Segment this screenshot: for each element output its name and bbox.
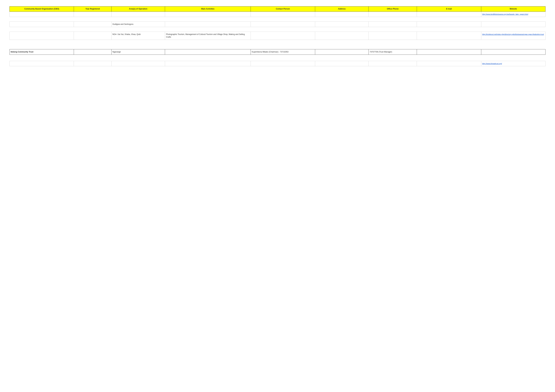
- cell-phone: [369, 61, 417, 66]
- spacer-cell: [10, 27, 546, 32]
- cell-address: [315, 12, 369, 17]
- cell-area: NG4- Xai Xai, Xhaba, Xhaa, Qubi: [111, 32, 165, 40]
- cell-cbo: Itekeng Community Trust: [10, 49, 74, 55]
- cell-email: [417, 12, 481, 17]
- cell-activities: [165, 49, 251, 55]
- cell-address: [315, 61, 369, 66]
- header-contact: Contact Person: [251, 7, 315, 12]
- cell-website[interactable]: http://trickleout.net/index.php/director…: [481, 32, 546, 40]
- cell-area: [111, 61, 165, 66]
- cell-address: [315, 32, 369, 40]
- table-row: http://www.birdlifebotswana.org.bw/basel…: [10, 12, 546, 17]
- cell-address: [315, 22, 369, 27]
- spacer-row-2: [10, 27, 546, 32]
- spacer-row-3: [10, 40, 546, 49]
- header-address: Address: [315, 7, 369, 12]
- cell-year: [74, 32, 111, 40]
- cell-phone: [369, 22, 417, 27]
- cell-area: Gudigwa and Seshogora: [111, 22, 165, 27]
- cell-contact: [251, 61, 315, 66]
- spacer-cell: [10, 40, 546, 49]
- cell-area: [111, 12, 165, 17]
- cell-website: [481, 22, 546, 27]
- cell-contact: [251, 22, 315, 27]
- cell-phone: [369, 12, 417, 17]
- cell-contact: Kupembona Mbabo (Chairman) - 73710353: [251, 49, 315, 55]
- cell-cbo: [10, 61, 74, 66]
- main-table-wrapper: Community Based Organization (CBO) Year …: [9, 6, 546, 66]
- cell-year: [74, 22, 111, 27]
- cell-website[interactable]: http://www.birdlifebotswana.org.bw/basel…: [481, 12, 546, 17]
- cell-email: [417, 61, 481, 66]
- header-website: Website: [481, 7, 546, 12]
- spacer-row-1: [10, 17, 546, 22]
- cell-phone: 74707709 (Trust Manager): [369, 49, 417, 55]
- cell-address: [315, 49, 369, 55]
- website-link[interactable]: http://trickleout.net/index.php/director…: [482, 33, 544, 35]
- spacer-cell: [10, 55, 546, 61]
- table-row: Itekeng Community Trust Ngarange Kupembo…: [10, 49, 546, 55]
- header-email: E-mail: [417, 7, 481, 12]
- cell-activities: [165, 12, 251, 17]
- website-link[interactable]: http://www.birdlifebotswana.org.bw/basel…: [482, 13, 528, 15]
- header-cbo: Community Based Organization (CBO): [10, 7, 74, 12]
- table-row: NG4- Xai Xai, Xhaba, Xhaa, Qubi Photogra…: [10, 32, 546, 40]
- cell-phone: [369, 32, 417, 40]
- cell-cbo: [10, 12, 74, 17]
- website-link[interactable]: http://www.khwaitrust.org/: [482, 63, 502, 64]
- table-row: Gudigwa and Seshogora: [10, 22, 546, 27]
- table-row: http://www.khwaitrust.org/: [10, 61, 546, 66]
- table-header-row: Community Based Organization (CBO) Year …: [10, 7, 546, 12]
- cbo-table: Community Based Organization (CBO) Year …: [9, 6, 546, 66]
- cell-contact: [251, 12, 315, 17]
- cell-area: Ngarange: [111, 49, 165, 55]
- spacer-cell: [10, 17, 546, 22]
- cell-contact: [251, 32, 315, 40]
- cell-email: [417, 22, 481, 27]
- header-year: Year Registered: [74, 7, 111, 12]
- cell-year: [74, 49, 111, 55]
- cell-website[interactable]: http://www.khwaitrust.org/: [481, 61, 546, 66]
- header-area: Area(s) of Operation: [111, 7, 165, 12]
- header-activities: Main Activities: [165, 7, 251, 12]
- cell-cbo: [10, 22, 74, 27]
- cell-email: [417, 49, 481, 55]
- cell-email: [417, 32, 481, 40]
- cell-year: [74, 61, 111, 66]
- cell-activities: [165, 61, 251, 66]
- cell-cbo: [10, 32, 74, 40]
- header-phone: Office Phone: [369, 7, 417, 12]
- cell-activities: [165, 22, 251, 27]
- cell-year: [74, 12, 111, 17]
- cell-activities: Photographic Tourism, Management of Cult…: [165, 32, 251, 40]
- spacer-row-4: [10, 55, 546, 61]
- cell-website: [481, 49, 546, 55]
